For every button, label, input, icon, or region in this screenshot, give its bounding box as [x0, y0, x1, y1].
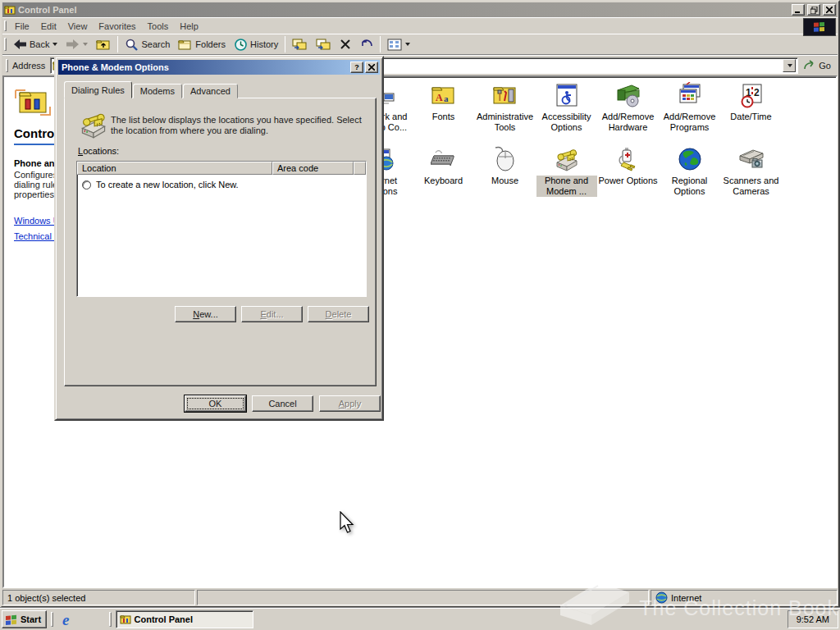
control-panel-task-icon [120, 614, 131, 625]
status-bar: 1 object(s) selected Internet [2, 588, 838, 605]
column-location[interactable]: Location [77, 162, 272, 175]
minimize-button[interactable] [792, 4, 805, 16]
internet-zone-icon [655, 591, 668, 604]
phone-modem-options-dialog: Phone & Modem Options ? Dialing Rules Mo… [54, 56, 384, 421]
back-arrow-icon [13, 38, 27, 51]
svg-text:a: a [444, 94, 449, 103]
control-panel-icon [4, 4, 16, 16]
window-titlebar[interactable]: Control Panel [2, 2, 838, 17]
ok-button[interactable]: OK [185, 395, 246, 412]
window-title: Control Panel [18, 5, 789, 15]
windows-flag-icon [5, 614, 18, 626]
menu-help[interactable]: Help [174, 20, 204, 33]
move-to-icon [292, 38, 308, 51]
apply-button[interactable]: Apply [319, 395, 381, 412]
dialog-help-button[interactable]: ? [350, 62, 363, 73]
toolbar-grip[interactable] [4, 38, 7, 52]
history-button[interactable]: History [230, 35, 282, 54]
keyboard-icon [431, 146, 457, 172]
cpl-item-add-programs[interactable]: Add/Remove Programs [659, 82, 720, 145]
svg-text:2: 2 [754, 87, 760, 98]
administrative-tools-icon [492, 82, 518, 108]
taskbar-grip[interactable] [109, 612, 112, 627]
svg-text:A: A [436, 92, 443, 103]
back-button[interactable]: Back [9, 35, 62, 54]
forward-button[interactable] [62, 35, 92, 54]
up-button[interactable] [92, 35, 115, 54]
cpl-item-add-hardware[interactable]: Add/Remove Hardware [597, 82, 659, 145]
screen: Control Panel File Edit View Favorites T… [0, 0, 840, 630]
list-item-text: To create a new location, click New. [96, 180, 239, 189]
dialog-tabs: Dialing Rules Modems Advanced [64, 81, 239, 98]
cpl-item-scanners[interactable]: Scanners and Cameras [720, 146, 782, 209]
status-middle [197, 590, 649, 605]
menubar-grip[interactable] [4, 21, 7, 31]
list-item[interactable]: To create a new location, click New. [77, 175, 366, 189]
cpl-item-datetime[interactable]: 12 Date/Time [720, 82, 782, 145]
search-button[interactable]: Search [121, 35, 174, 54]
delete-x-icon [340, 39, 351, 50]
cpl-item-keyboard[interactable]: Keyboard [413, 146, 474, 209]
cpl-item-mouse[interactable]: Mouse [474, 146, 536, 209]
cancel-button[interactable]: Cancel [252, 395, 313, 412]
locations-list[interactable]: Location Area code To create a new locat… [76, 161, 367, 297]
dialog-titlebar[interactable]: Phone & Modem Options ? [58, 60, 380, 75]
go-arrow-icon [803, 60, 816, 71]
locations-label: Locations: [78, 146, 119, 156]
menu-favorites[interactable]: Favorites [93, 20, 141, 33]
menu-view[interactable]: View [62, 20, 94, 33]
date-time-icon: 12 [738, 82, 765, 108]
list-header: Location Area code [77, 162, 366, 175]
cpl-item-accessibility[interactable]: Accessibility Options [536, 82, 597, 145]
cpl-item-regional[interactable]: Regional Options [659, 146, 720, 209]
menu-file[interactable]: File [9, 20, 35, 33]
taskbar-clock[interactable]: 9:52 AM [788, 610, 838, 628]
menu-edit[interactable]: Edit [35, 20, 62, 33]
address-label: Address [11, 61, 50, 71]
tab-modems[interactable]: Modems [133, 84, 182, 98]
close-button[interactable] [823, 4, 836, 16]
menu-bar: File Edit View Favorites Tools Help [2, 17, 838, 34]
delete-button[interactable]: Delete [308, 306, 369, 322]
column-area-code[interactable]: Area code [272, 162, 354, 175]
tab-advanced[interactable]: Advanced [183, 84, 238, 98]
power-options-icon [615, 146, 641, 172]
views-dropdown-icon[interactable] [405, 43, 410, 46]
addressbar-grip[interactable] [6, 59, 8, 71]
menu-tools[interactable]: Tools [142, 20, 175, 33]
new-button[interactable]: New... [175, 306, 236, 322]
go-button[interactable]: Go [798, 60, 836, 71]
cpl-item-power-options[interactable]: Power Options [597, 146, 659, 209]
move-to-button[interactable] [288, 35, 312, 54]
icon-grid: Network and Dial-up Co... Aa Fonts Admin… [351, 82, 782, 209]
folders-button[interactable]: Folders [174, 35, 230, 54]
taskbar-grip[interactable] [51, 612, 53, 627]
copy-to-button[interactable] [312, 35, 336, 54]
dialog-title: Phone & Modem Options [60, 62, 349, 72]
views-icon [387, 39, 402, 51]
delete-button[interactable] [336, 35, 355, 54]
phone-modem-icon [554, 146, 580, 172]
cpl-item-phone-modem[interactable]: Phone and Modem ... [536, 146, 597, 209]
forward-arrow-icon [66, 38, 80, 51]
dialog-close-button[interactable] [365, 62, 378, 73]
restore-button[interactable] [807, 4, 820, 16]
radio-icon[interactable] [82, 180, 91, 189]
tab-dialing-rules[interactable]: Dialing Rules [64, 81, 132, 98]
dialog-description: The list below displays the locations yo… [111, 115, 375, 136]
ie-quicklaunch-icon[interactable]: e [57, 612, 74, 628]
taskbar-task-control-panel[interactable]: Control Panel [116, 610, 253, 628]
regional-options-icon [677, 146, 703, 172]
cpl-item-fonts[interactable]: Aa Fonts [413, 82, 474, 145]
dialing-rules-panel: The list below displays the locations yo… [64, 98, 377, 386]
status-selection: 1 object(s) selected [2, 590, 195, 605]
cpl-item-admin-tools[interactable]: Administrative Tools [474, 82, 536, 145]
edit-button[interactable]: Edit... [241, 306, 303, 322]
address-dropdown-button[interactable] [783, 59, 796, 72]
toolbar-separator [380, 36, 381, 52]
undo-button[interactable] [355, 35, 377, 54]
views-button[interactable] [383, 35, 414, 54]
scanners-cameras-icon [738, 146, 765, 172]
start-button[interactable]: Start [2, 610, 47, 628]
back-dropdown-icon[interactable] [52, 43, 57, 46]
